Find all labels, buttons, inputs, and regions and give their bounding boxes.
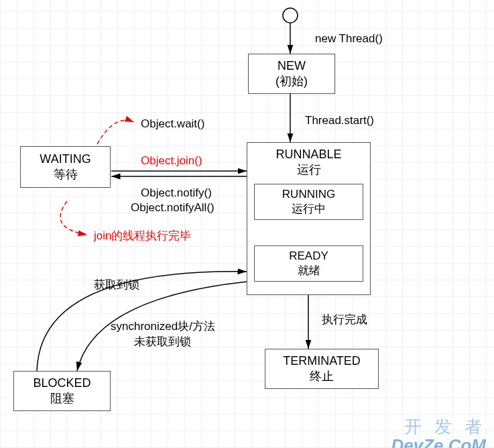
node-ready: READY 就绪 [254, 245, 363, 282]
label-exec-done: 执行完成 [322, 312, 367, 327]
node-ready-title: READY [255, 249, 363, 264]
node-blocked: BLOCKED 阻塞 [13, 371, 111, 411]
node-running-sub: 运行中 [255, 202, 363, 217]
node-runnable-sub: 运行 [247, 162, 370, 178]
node-terminated: TERMINATED 终止 [265, 349, 379, 389]
node-runnable: RUNNABLE 运行 RUNNING 运行中 READY 就绪 [247, 142, 371, 295]
node-waiting-sub: 等待 [21, 167, 110, 182]
node-running: RUNNING 运行中 [254, 184, 363, 220]
label-got-lock: 获取到锁 [94, 277, 139, 292]
node-new-title: NEW [249, 58, 334, 74]
label-thread-start: Thread.start() [305, 114, 374, 127]
edge-object-wait-dashed [97, 120, 134, 144]
node-running-title: RUNNING [255, 187, 363, 202]
node-blocked-sub: 阻塞 [14, 391, 110, 406]
edge-join-done-dashed [60, 201, 87, 235]
node-waiting: WAITING 等待 [20, 146, 111, 188]
node-waiting-title: WAITING [21, 152, 110, 167]
label-object-notify: Object.notify() [141, 186, 212, 200]
label-object-notify-all: Object.notifyAll() [131, 201, 214, 215]
label-object-wait: Object.wait() [141, 117, 204, 131]
label-sync-2: 未获取到锁 [134, 334, 191, 349]
watermark-line2: DevZe.CoM [391, 435, 486, 448]
label-join-done: join的线程执行完毕 [94, 228, 191, 243]
node-terminated-sub: 终止 [265, 369, 378, 384]
node-ready-sub: 就绪 [255, 264, 363, 278]
label-sync-1: synchronized块/方法 [111, 319, 215, 334]
label-new-thread: new Thread() [315, 32, 383, 46]
label-object-join: Object.join() [141, 154, 202, 168]
node-terminated-title: TERMINATED [265, 353, 378, 369]
start-circle [283, 8, 298, 23]
node-new-sub: (初始) [249, 74, 334, 89]
node-runnable-title: RUNNABLE [247, 147, 370, 162]
node-new: NEW (初始) [248, 54, 335, 94]
node-blocked-title: BLOCKED [14, 376, 110, 391]
